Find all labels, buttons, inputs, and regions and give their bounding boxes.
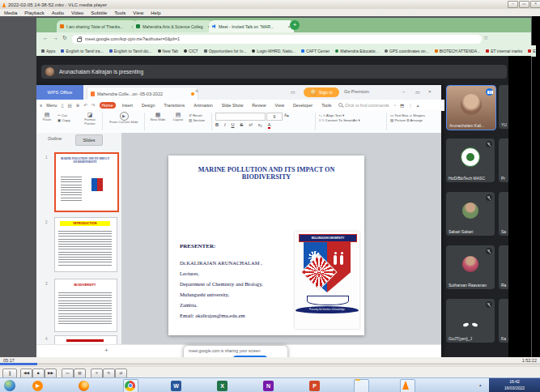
bookmark-item[interactable]: Mahendra Educatio... — [335, 49, 379, 53]
vlc-menu-video[interactable]: Video — [71, 11, 83, 15]
slide-thumbnail-4[interactable] — [54, 335, 117, 344]
forward-icon[interactable]: → — [53, 35, 58, 40]
browser-tab-1[interactable]: I am sharing 'Note of Thanks... × — [57, 20, 138, 32]
print-icon[interactable]: ⊕ — [76, 103, 80, 108]
wps-minimize-button[interactable]: – — [402, 89, 405, 94]
wps-document-tab[interactable]: Mahendra Colle...on -05-03-2022 — [87, 87, 198, 100]
smartart-button[interactable]: Convert To SmartArt — [325, 118, 358, 122]
vlc-menu-media[interactable]: Media — [4, 11, 17, 15]
tab-home[interactable]: Home — [100, 102, 116, 109]
shapes-button[interactable]: Shapes — [413, 113, 425, 117]
bookmark-item[interactable]: Apps — [41, 49, 55, 53]
back-icon[interactable]: ← — [43, 35, 49, 40]
vlc-taskbar-icon[interactable] — [402, 381, 409, 390]
sign-in-button[interactable]: Sign in — [304, 87, 339, 97]
bookmark-item[interactable]: GPS coordinates on... — [385, 49, 429, 53]
more-icon[interactable]: ⋮ — [408, 103, 413, 108]
firefox-icon[interactable] — [79, 381, 89, 391]
from-current-slide-button[interactable]: ▶ From Current Slide — [106, 112, 142, 125]
bookmark-item[interactable]: Opportunities for In... — [204, 49, 247, 53]
bookmark-item[interactable]: Login-MHRD, Natio... — [252, 49, 296, 53]
go-premium-button[interactable]: Go Premium — [344, 89, 369, 94]
subscript-button[interactable]: x₂ — [258, 122, 262, 129]
vlc-menu-help[interactable]: Help — [151, 11, 160, 15]
vlc-menu-tools[interactable]: Tools — [114, 11, 125, 15]
slide-thumbnail-3[interactable]: BIODIVERSITY — [54, 279, 117, 332]
browser-tab-3-active[interactable]: Meet - Invited Talk on "MAR... × — [209, 20, 294, 32]
add-slide-button[interactable]: + — [104, 347, 108, 354]
panel-tab-slides[interactable]: Slides — [75, 134, 103, 146]
align-left-icon[interactable]: ≡ — [323, 113, 325, 117]
tab-developer[interactable]: Developer — [291, 102, 315, 109]
grow-font-icon[interactable]: A▴ — [284, 113, 289, 117]
align-text-button[interactable]: Align Text — [326, 113, 342, 117]
address-bar[interactable]: meet.google.com/kqr-pjxt-zte?authuser=0&… — [72, 35, 482, 44]
bookmark-item[interactable]: New Tab — [158, 49, 178, 53]
participant-tile[interactable]: Sutharsan Raavanan — [446, 245, 495, 289]
save-icon[interactable]: ▤ — [68, 103, 72, 108]
wps-maximize-button[interactable]: ▭ — [415, 89, 420, 95]
format-painter-button[interactable]: ◪ Format Painter — [80, 112, 100, 126]
vlc-maximize-button[interactable]: ▭ — [519, 1, 529, 8]
bold-button[interactable]: B — [215, 122, 219, 129]
presenter-text-block[interactable]: PRESENTER: Dr.KALIRAJAN ARUNACHALAM , Le… — [180, 243, 263, 321]
bullets-icon[interactable]: •– — [319, 113, 322, 117]
vlc-video-area[interactable]: I am sharing 'Note of Thanks... × Mahend… — [0, 16, 540, 357]
bookmark-item[interactable]: English to Tamil tra... — [61, 49, 103, 53]
undo-icon[interactable]: ↶ — [83, 103, 87, 108]
superscript-button[interactable]: x² — [249, 122, 253, 129]
bookmark-item[interactable]: ET inte... — [528, 49, 536, 53]
stop-sharing-button[interactable]: Stop sharing — [232, 356, 268, 357]
bookmark-item[interactable]: English to Tamil dic... — [109, 49, 152, 53]
media-player-icon[interactable]: ▶ — [32, 381, 43, 391]
text-box-button[interactable]: Text Box — [394, 113, 408, 117]
share-icon[interactable]: ⬒ — [400, 103, 404, 108]
arrange-button[interactable]: Arrange — [410, 118, 423, 122]
word-icon[interactable]: W — [171, 381, 181, 391]
redo-icon[interactable]: ↷ — [91, 103, 96, 108]
wps-close-button[interactable]: × — [428, 89, 432, 94]
tab-design[interactable]: Design — [139, 102, 158, 109]
slide-thumbnail-2[interactable]: INTRODUCTION — [54, 217, 117, 272]
start-button[interactable] — [4, 380, 15, 391]
copy-button[interactable]: ▣ Copy — [57, 118, 70, 123]
tab-tools[interactable]: Tools — [319, 102, 334, 109]
bookmark-item[interactable]: CICT — [184, 49, 198, 53]
find-commands-box[interactable]: Click to find commands — [338, 103, 389, 108]
participant-tile[interactable]: Sabari Sabari — [446, 192, 495, 236]
vlc-menu-playback[interactable]: Playback — [24, 11, 44, 15]
hamburger-menu-icon[interactable]: ≡ — [40, 103, 42, 108]
participant-tile[interactable]: HoD/BioTech MASC — [446, 138, 495, 182]
tray-expand-icon[interactable]: ▴ — [479, 382, 482, 387]
tab-review[interactable]: Review — [249, 102, 268, 109]
slide-thumbnail-1[interactable]: MARINE POLLUTION AND ITS IMPACT ON BIODI… — [54, 152, 119, 212]
chrome-icon[interactable] — [125, 381, 135, 391]
reload-icon[interactable]: ↻ — [62, 35, 67, 41]
font-size-box[interactable]: 9 — [266, 113, 283, 121]
paste-button[interactable]: ▤ Paste — [39, 112, 55, 122]
bookmark-item[interactable]: ET internal marks — [486, 49, 522, 53]
vlc-close-button[interactable]: × — [530, 1, 540, 8]
wps-new-tab-button[interactable]: + — [195, 88, 198, 94]
picture-button[interactable]: Picture — [394, 118, 406, 122]
powerpoint-icon[interactable]: P — [309, 381, 320, 391]
participant-tile[interactable]: GoJT(yen)_J — [446, 299, 495, 343]
section-button[interactable]: ▥ Section — [189, 118, 205, 123]
collapse-ribbon-icon[interactable]: ▴ — [417, 103, 419, 108]
slide-title[interactable]: MARINE POLLUTION AND ITS IMPACT ON BIODI… — [173, 166, 359, 181]
browser-tab-2[interactable]: Mahendra Arts & Science Colleg × — [133, 20, 214, 32]
onenote-icon[interactable]: N — [263, 381, 274, 391]
italic-button[interactable]: I — [224, 122, 226, 129]
font-color-button[interactable]: A — [268, 122, 271, 129]
bookmark-item[interactable]: BIOTECH ATTENDA... — [435, 49, 480, 53]
system-tray-clock[interactable]: 16:42 16/03/2022 — [489, 378, 540, 392]
bookmark-item[interactable]: CAFT Center — [301, 49, 330, 53]
tab-view[interactable]: View — [273, 102, 287, 109]
vlc-menu-view[interactable]: View — [133, 11, 143, 15]
new-tab-button[interactable]: + — [290, 20, 300, 30]
new-doc-icon[interactable]: ▯ — [61, 103, 63, 108]
layout-button[interactable]: ▤ Layout — [169, 112, 187, 122]
underline-button[interactable]: U — [232, 122, 235, 129]
side-pane-icon[interactable]: ▭ — [291, 89, 296, 95]
slide-canvas[interactable]: MARINE POLLUTION AND ITS IMPACT ON BIODI… — [168, 156, 364, 335]
